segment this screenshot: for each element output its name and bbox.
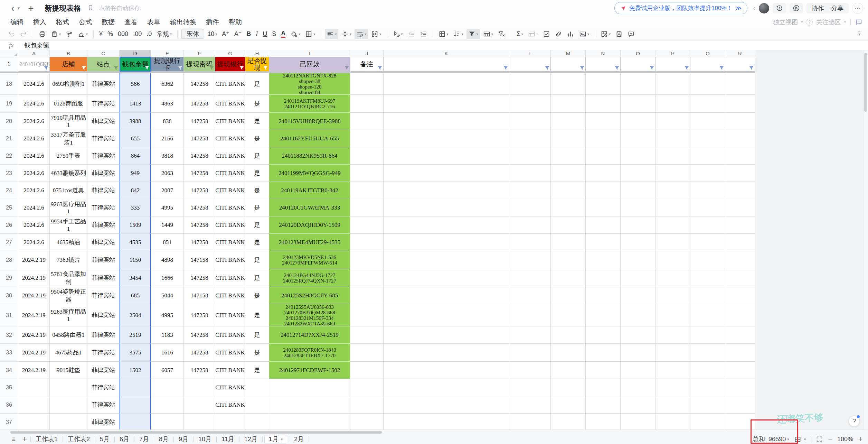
cell-K34[interactable] [384, 362, 509, 379]
cell-N33[interactable] [586, 344, 621, 362]
cell-J21[interactable] [350, 130, 384, 147]
cell-N35[interactable] [586, 379, 621, 396]
column-header-G[interactable]: G [215, 50, 245, 57]
cell-N29[interactable] [586, 269, 621, 287]
cell-J23[interactable] [350, 165, 384, 182]
menu-item-格式[interactable]: 格式 [53, 18, 73, 27]
cell-A24[interactable]: 2024.2.6 [18, 182, 50, 199]
sheet-list-icon[interactable]: ≡ [12, 435, 16, 443]
independent-view-button[interactable]: 独立视图 [773, 18, 798, 26]
filter-funnel-icon[interactable] [263, 65, 268, 71]
cell-I32[interactable]: 24012714D7XXJ4-2519 [269, 326, 350, 344]
sort-icon[interactable]: ▾ [452, 29, 465, 39]
header-cell-A1[interactable]: 240101Q6KHFX- [18, 57, 50, 72]
cell-L22[interactable] [509, 147, 551, 165]
cell-D24[interactable]: 842 [120, 182, 151, 199]
cell-R28[interactable] [725, 251, 755, 269]
cell-L20[interactable] [509, 113, 551, 130]
history-button[interactable] [773, 3, 786, 13]
cell-H20[interactable]: 是 [245, 113, 269, 130]
cell-N18[interactable] [586, 73, 621, 95]
cell-A20[interactable]: 2024.2.6 [18, 113, 50, 130]
cell-A30[interactable]: 2024.2.19 [18, 287, 50, 304]
cell-D30[interactable]: 685 [120, 287, 151, 304]
cell-R26[interactable] [725, 216, 755, 234]
cell-L18[interactable] [509, 73, 551, 95]
row-header-24[interactable]: 24 [0, 182, 18, 199]
cell-H32[interactable]: 是 [245, 326, 269, 344]
cell-E26[interactable]: 1449 [151, 216, 184, 234]
cell-M25[interactable] [551, 199, 586, 216]
font-size-decrease-button[interactable]: A⁻ [233, 29, 244, 38]
cell-B33[interactable]: 4675药品1 [50, 344, 87, 362]
cell-H24[interactable]: 是 [245, 182, 269, 199]
save-icon[interactable] [614, 29, 624, 39]
sum-function-button[interactable]: Σ▾ [515, 29, 525, 38]
cell-D21[interactable]: 655 [120, 130, 151, 147]
cell-A36[interactable] [18, 396, 50, 414]
cell-Q28[interactable] [690, 251, 725, 269]
cell-C32[interactable]: 菲律宾站 [87, 326, 120, 344]
cell-B20[interactable]: 7910玩具用品1 [50, 113, 87, 130]
cell-F36[interactable] [184, 396, 215, 414]
cell-K36[interactable] [384, 396, 509, 414]
header-cell-J1[interactable]: 备注 [350, 57, 384, 72]
cell-C21[interactable]: 菲律宾站 [87, 130, 120, 147]
cell-F32[interactable]: 147258 [184, 326, 215, 344]
cell-B21[interactable]: 3317万圣节服装1 [50, 130, 87, 147]
cell-C18[interactable]: 菲律宾站 [87, 73, 120, 95]
column-header-P[interactable]: P [655, 50, 690, 57]
side-panel-icon[interactable] [855, 18, 862, 26]
cell-F21[interactable]: 147258 [184, 130, 215, 147]
cell-D29[interactable]: 3454 [120, 269, 151, 287]
merge-cells-icon[interactable]: ▾ [369, 29, 383, 39]
cell-M19[interactable] [551, 95, 586, 113]
cell-P37[interactable] [655, 414, 690, 429]
cell-K37[interactable] [384, 414, 509, 429]
cell-G31[interactable]: CITI BANK [215, 304, 245, 326]
cell-G28[interactable]: CITI BANK [215, 251, 245, 269]
cell-N27[interactable] [586, 234, 621, 251]
cell-P27[interactable] [655, 234, 690, 251]
cell-M34[interactable] [551, 362, 586, 379]
cell-J26[interactable] [350, 216, 384, 234]
cell-O28[interactable] [621, 251, 655, 269]
sheet-tab-7月[interactable]: 7月 [135, 434, 153, 444]
cell-C36[interactable]: 菲律宾站 [87, 396, 120, 414]
column-header-R[interactable]: R [725, 50, 755, 57]
strikethrough-button[interactable]: S [270, 29, 278, 38]
cell-R21[interactable] [725, 130, 755, 147]
cell-Q34[interactable] [690, 362, 725, 379]
format-painter-icon[interactable] [64, 29, 75, 39]
cell-K33[interactable] [384, 344, 509, 362]
cell-G18[interactable]: CITI BANK [215, 73, 245, 95]
header-cell-D1[interactable]: 钱包余额 [120, 57, 151, 72]
cell-L26[interactable] [509, 216, 551, 234]
cell-I27[interactable]: 240123ME4MUF29-4535 [269, 234, 350, 251]
cell-G21[interactable]: CITI BANK [215, 130, 245, 147]
cell-J22[interactable] [350, 147, 384, 165]
bookmark-icon[interactable] [87, 4, 94, 12]
fill-color-icon[interactable]: ▾ [289, 29, 302, 39]
cell-E31[interactable]: 4995 [151, 304, 184, 326]
cell-E25[interactable]: 4995 [151, 199, 184, 216]
cell-Q27[interactable] [690, 234, 725, 251]
header-cell-H1[interactable]: 是否提现 [245, 57, 269, 72]
cell-K27[interactable] [384, 234, 509, 251]
cell-N22[interactable] [586, 147, 621, 165]
cell-H34[interactable]: 是 [245, 362, 269, 379]
text-wrap-icon[interactable]: ▾ [355, 29, 368, 39]
filter-funnel-icon[interactable] [503, 65, 508, 71]
filter-funnel-icon[interactable] [614, 65, 620, 71]
cell-F20[interactable]: 147258 [184, 113, 215, 130]
cell-H19[interactable]: 是 [245, 95, 269, 113]
cell-J35[interactable] [350, 379, 384, 396]
cell-R36[interactable] [725, 396, 755, 414]
filter-funnel-icon[interactable] [209, 65, 214, 71]
cell-O22[interactable] [621, 147, 655, 165]
cell-E21[interactable]: 2166 [151, 130, 184, 147]
cell-I36[interactable] [269, 396, 350, 414]
cell-A34[interactable]: 2024.2.19 [18, 362, 50, 379]
cell-R30[interactable] [725, 287, 755, 304]
checkbox-icon[interactable] [541, 29, 552, 39]
